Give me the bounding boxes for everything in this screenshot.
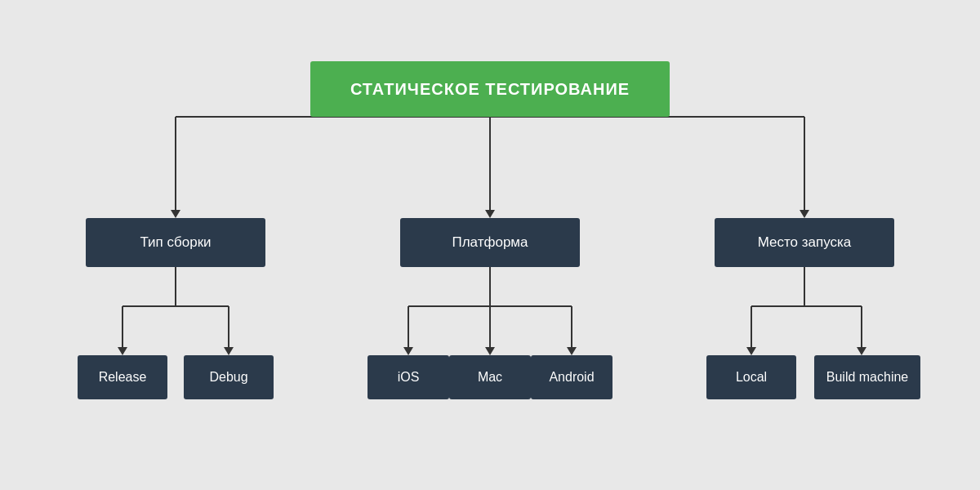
root-node: СТАТИЧЕСКОЕ ТЕСТИРОВАНИЕ <box>310 61 670 117</box>
leaf-release: Release <box>78 355 167 399</box>
svg-marker-14 <box>224 347 234 355</box>
leaf-debug: Debug <box>184 355 274 399</box>
svg-marker-18 <box>403 347 413 355</box>
leaf-ios: iOS <box>368 355 449 399</box>
svg-marker-7 <box>800 210 809 218</box>
leaf-local: Local <box>706 355 796 399</box>
svg-marker-2 <box>171 210 180 218</box>
svg-marker-11 <box>118 347 127 355</box>
svg-marker-22 <box>567 347 577 355</box>
category-location: Место запуска <box>715 218 894 267</box>
svg-marker-26 <box>746 347 756 355</box>
leaf-android: Android <box>531 355 612 399</box>
svg-marker-20 <box>485 347 495 355</box>
leaf-build-machine: Build machine <box>814 355 920 399</box>
diagram: СТАТИЧЕСКОЕ ТЕСТИРОВАНИЕ Тип сборки Плат… <box>41 29 939 461</box>
svg-marker-28 <box>857 347 866 355</box>
svg-marker-4 <box>485 210 495 218</box>
leaf-mac: Mac <box>449 355 531 399</box>
category-build-type: Тип сборки <box>86 218 265 267</box>
category-platform: Платформа <box>400 218 580 267</box>
